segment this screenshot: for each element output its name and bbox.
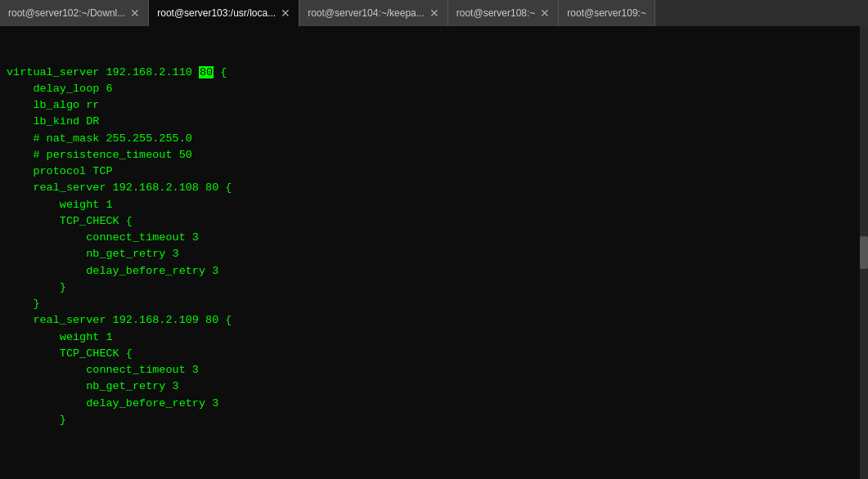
scrollbar[interactable] (860, 26, 868, 479)
terminal-area: virtual_server 192.168.2.110 80 { delay_… (0, 26, 868, 479)
terminal-line-19: connect_timeout 3 (7, 362, 861, 378)
terminal-line-20: nb_get_retry 3 (7, 378, 861, 395)
tab-close-tab1[interactable]: ✕ (130, 7, 140, 19)
terminal-content: virtual_server 192.168.2.110 80 { delay_… (7, 31, 861, 428)
tab-close-tab2[interactable]: ✕ (281, 7, 290, 19)
terminal-line-2: lb_algo rr (7, 97, 861, 114)
terminal-line-9: weight 1 (7, 197, 861, 213)
terminal-line-4: # nat_mask 255.255.255.0 (7, 131, 861, 147)
terminal-line-18: TCP_CHECK { (7, 346, 861, 362)
tab-tab5[interactable]: root@server109:~ (559, 0, 655, 26)
tab-close-tab4[interactable]: ✕ (540, 7, 550, 19)
terminal-line-16: real_server 192.168.2.109 80 { (7, 312, 861, 329)
tab-tab1[interactable]: root@server102:~/Downl...✕ (0, 0, 149, 26)
terminal-line-5: # persistence_timeout 50 (7, 147, 861, 163)
tab-tab4[interactable]: root@server108:~✕ (448, 0, 560, 26)
terminal-line-13: delay_before_retry 3 (7, 263, 861, 280)
terminal-line-10: TCP_CHECK { (7, 213, 861, 230)
terminal-line-14: } (7, 280, 861, 296)
scrollbar-thumb[interactable] (860, 236, 868, 269)
terminal-line-17: weight 1 (7, 329, 861, 346)
terminal-line-6: protocol TCP (7, 163, 861, 180)
tab-close-tab3[interactable]: ✕ (430, 7, 439, 19)
tab-label-tab4: root@server108:~ (456, 7, 536, 19)
tab-label-tab1: root@server102:~/Downl... (8, 7, 125, 19)
terminal-line-11: connect_timeout 3 (7, 230, 861, 246)
terminal-line-1: delay_loop 6 (7, 81, 861, 97)
tab-label-tab3: root@server104:~/keepa... (308, 7, 425, 19)
line-rest-0: { (214, 66, 227, 78)
terminal-line-22: } (7, 412, 861, 428)
tab-label-tab2: root@server103:/usr/loca... (157, 7, 276, 19)
terminal-line-21: delay_before_retry 3 (7, 396, 861, 412)
tab-tab2[interactable]: root@server103:/usr/loca...✕ (149, 0, 299, 26)
tab-label-tab5: root@server109:~ (567, 7, 646, 19)
terminal-line-12: nb_get_retry 3 (7, 246, 861, 262)
terminal-line-8: real_server 192.168.2.108 80 { (7, 180, 861, 196)
tab-bar: root@server102:~/Downl...✕root@server103… (0, 0, 868, 26)
line-highlight-0: 80 (199, 66, 214, 78)
tab-tab3[interactable]: root@server104:~/keepa...✕ (299, 0, 448, 26)
line-text-0: virtual_server 192.168.2.110 (7, 66, 199, 78)
terminal-line-0: virtual_server 192.168.2.110 80 { (7, 65, 861, 81)
terminal-line-3: lb_kind DR (7, 114, 861, 130)
terminal-line-15: } (7, 296, 861, 312)
